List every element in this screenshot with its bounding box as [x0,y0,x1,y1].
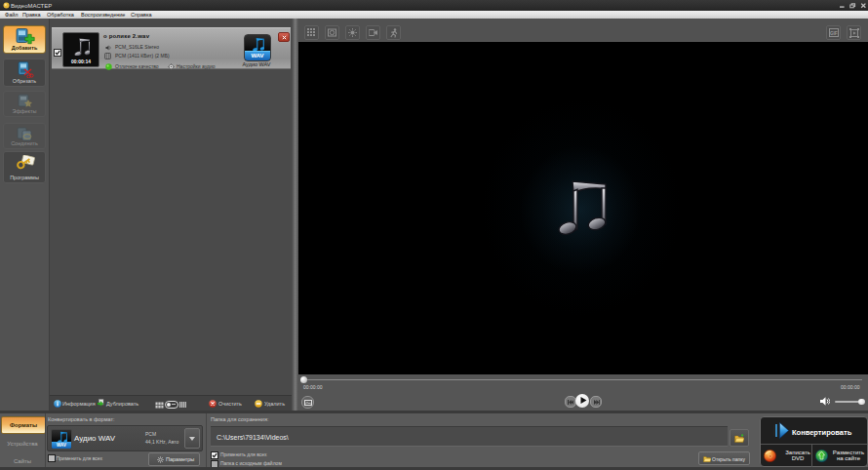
svg-text:GIF: GIF [830,31,838,36]
